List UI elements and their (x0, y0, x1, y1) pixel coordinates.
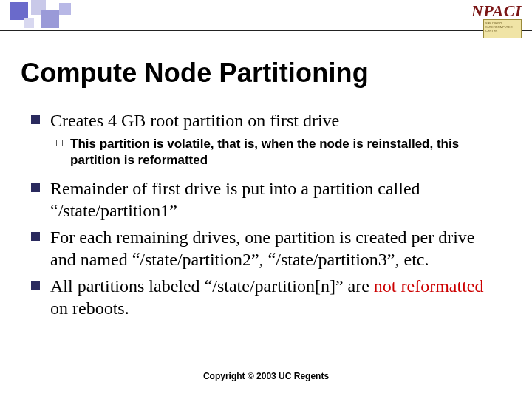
bullet-text: Creates 4 GB root partition on first dri… (50, 109, 339, 132)
sub-bullet-square-icon (56, 140, 63, 146)
bullet-text: For each remaining drives, one partition… (50, 226, 504, 270)
bullet-text: All partitions labeled “/state/partition… (50, 275, 504, 319)
sub-bullet-text: This partition is volatile, that is, whe… (70, 136, 504, 168)
bullet-text-highlight: not reformatted (374, 276, 484, 296)
sub-bullet-item: This partition is volatile, that is, whe… (56, 136, 504, 168)
bullet-item: Remainder of first drive is put into a p… (31, 177, 504, 222)
decor-square (41, 10, 59, 28)
decor-square (59, 3, 71, 15)
decor-square (24, 18, 34, 28)
copyright-footer: Copyright © 2003 UC Regents (0, 371, 532, 381)
bullet-square-icon (31, 183, 40, 192)
sdsc-logo-text: SAN DIEGO SUPERCOMPUTER CENTER (485, 21, 519, 33)
bullet-item: All partitions labeled “/state/partition… (31, 275, 504, 319)
slide-title: Compute Node Partitioning (21, 58, 369, 89)
slide-body: Creates 4 GB root partition on first dri… (31, 109, 504, 324)
bullet-square-icon (31, 281, 40, 290)
npaci-logo: NPACI (471, 1, 522, 21)
bullet-text: Remainder of first drive is put into a p… (50, 177, 504, 222)
bullet-square-icon (31, 232, 40, 241)
bullet-item: Creates 4 GB root partition on first dri… (31, 109, 504, 132)
sdsc-logo: SAN DIEGO SUPERCOMPUTER CENTER (483, 19, 522, 38)
bullet-text-pre: All partitions labeled “/state/partition… (50, 276, 374, 296)
bullet-text-post: on reboots. (50, 299, 129, 318)
divider (0, 30, 532, 31)
bullet-item: For each remaining drives, one partition… (31, 226, 504, 270)
bullet-square-icon (31, 115, 40, 124)
decorative-topbar (0, 0, 532, 31)
